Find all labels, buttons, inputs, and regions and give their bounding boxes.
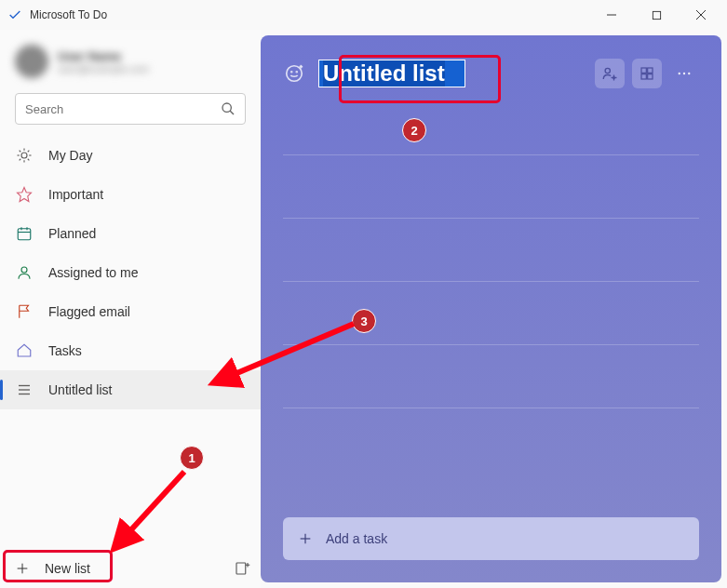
grid-view-button[interactable] (632, 59, 662, 88)
svg-rect-40 (641, 74, 646, 79)
sidebar-item-label: My Day (48, 148, 92, 163)
svg-point-31 (296, 72, 297, 73)
sidebar-item-label: Tasks (48, 343, 82, 358)
sidebar-item-label: Untitled list (48, 382, 112, 397)
sidebar: User Name user@example.com My Day Import… (0, 30, 261, 588)
list-title-input[interactable] (318, 60, 465, 87)
svg-point-30 (291, 72, 292, 73)
more-options-button[interactable] (669, 59, 699, 88)
plus-icon (15, 561, 30, 576)
sidebar-item-label: Flagged email (48, 304, 130, 319)
star-icon (15, 185, 34, 204)
sidebar-item-label: Planned (48, 226, 96, 241)
sidebar-item-assigned[interactable]: Assigned to me (0, 253, 261, 292)
home-icon (15, 341, 34, 360)
svg-point-44 (688, 73, 690, 74)
search-input[interactable] (25, 102, 221, 116)
svg-marker-15 (18, 188, 32, 202)
plus-icon (298, 531, 313, 546)
svg-line-11 (20, 151, 21, 153)
svg-point-4 (222, 103, 231, 112)
sidebar-item-tasks[interactable]: Tasks (0, 331, 261, 370)
minimize-button[interactable] (593, 2, 630, 28)
svg-line-14 (28, 151, 30, 153)
sidebar-item-label: Assigned to me (48, 265, 139, 280)
emoji-picker-button[interactable] (283, 62, 305, 85)
sidebar-item-untitled-list[interactable]: Untitled list (0, 370, 261, 409)
new-list-label: New list (45, 561, 90, 576)
avatar (15, 45, 48, 78)
add-task-label: Add a task (326, 531, 387, 546)
svg-rect-26 (236, 563, 246, 574)
sidebar-item-important[interactable]: Important (0, 175, 261, 214)
svg-rect-41 (648, 74, 653, 79)
svg-line-13 (20, 159, 21, 161)
sun-icon (15, 146, 34, 165)
list-icon (15, 381, 34, 399)
app-title: Microsoft To Do (30, 8, 593, 21)
svg-point-43 (683, 73, 685, 74)
svg-point-29 (287, 66, 303, 82)
empty-task-lines (261, 100, 721, 517)
svg-line-12 (28, 159, 30, 161)
app-logo-icon (7, 7, 22, 22)
sidebar-item-flagged[interactable]: Flagged email (0, 292, 261, 331)
flag-icon (15, 302, 34, 321)
svg-point-20 (21, 267, 27, 273)
svg-point-6 (21, 153, 27, 158)
new-list-button[interactable]: New list (0, 549, 223, 588)
sidebar-item-planned[interactable]: Planned (0, 214, 261, 253)
svg-rect-38 (641, 68, 646, 73)
share-button[interactable] (595, 59, 625, 88)
svg-point-34 (605, 68, 610, 73)
close-button[interactable] (682, 2, 720, 28)
content-pane: Add a task (261, 35, 721, 582)
sidebar-item-label: Important (48, 187, 103, 202)
calendar-icon (15, 224, 34, 243)
titlebar: Microsoft To Do (0, 0, 727, 30)
svg-point-42 (679, 73, 680, 74)
svg-rect-1 (653, 11, 660, 19)
add-task-button[interactable]: Add a task (283, 517, 699, 560)
svg-rect-16 (18, 229, 31, 240)
search-box[interactable] (15, 93, 246, 125)
profile-email: user@example.com (58, 63, 149, 74)
svg-rect-39 (648, 68, 653, 73)
svg-line-5 (230, 111, 234, 114)
profile-name: User Name (58, 49, 149, 63)
new-group-button[interactable] (223, 549, 261, 588)
profile-section[interactable]: User Name user@example.com (0, 37, 261, 86)
person-icon (15, 263, 34, 282)
sidebar-item-my-day[interactable]: My Day (0, 136, 261, 175)
search-icon (221, 101, 236, 116)
maximize-button[interactable] (638, 2, 675, 28)
